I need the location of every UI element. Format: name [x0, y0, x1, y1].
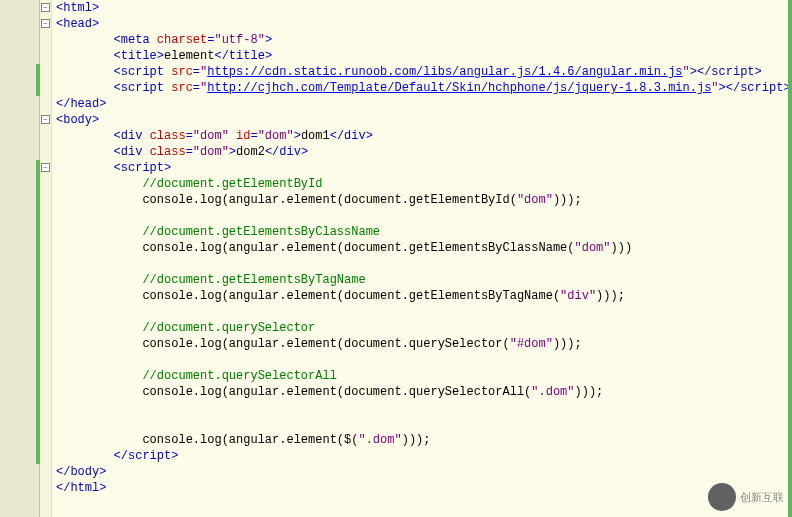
tag-token: ></ [719, 81, 741, 95]
code-line[interactable] [56, 208, 792, 224]
str-token: "dom" [575, 241, 611, 255]
tag-token: div [279, 145, 301, 159]
code-line[interactable] [56, 400, 792, 416]
code-line[interactable]: console.log(angular.element($(".dom"))); [56, 432, 792, 448]
tag-token: > [265, 49, 272, 63]
code-line[interactable]: <script src="https://cdn.static.runoob.c… [56, 64, 792, 80]
tag-token: = [193, 81, 200, 95]
tag-token: ></ [690, 65, 712, 79]
txt-token: ))); [596, 289, 625, 303]
str-token: ".dom" [358, 433, 401, 447]
attr-token: src [171, 81, 193, 95]
tag-token: > [294, 129, 301, 143]
url-token: http://cjhch.com/Template/Default/Skin/h… [207, 81, 711, 95]
code-area[interactable]: <html><head> <meta charset="utf-8"> <tit… [52, 0, 792, 517]
tag-token: < [114, 49, 121, 63]
code-line[interactable] [56, 304, 792, 320]
code-editor[interactable]: −−−− <html><head> <meta charset="utf-8">… [0, 0, 792, 517]
code-line[interactable]: <script src="http://cjhch.com/Template/D… [56, 80, 792, 96]
code-line[interactable]: <title>element</title> [56, 48, 792, 64]
code-line[interactable] [56, 416, 792, 432]
code-line[interactable]: </body> [56, 464, 792, 480]
tag-token: = [250, 129, 257, 143]
comment-token: //document.getElementsByTagName [142, 273, 365, 287]
txt-token: console.log(angular.element(document.get… [142, 241, 574, 255]
code-line[interactable]: //document.querySelectorAll [56, 368, 792, 384]
attr-token: src [171, 65, 193, 79]
code-line[interactable] [56, 352, 792, 368]
tag-token: < [114, 65, 121, 79]
str-token: " [683, 65, 690, 79]
comment-token: //document.querySelector [142, 321, 315, 335]
token [229, 129, 236, 143]
tag-token: </ [214, 49, 228, 63]
code-line[interactable]: <meta charset="utf-8"> [56, 32, 792, 48]
tag-token: title [229, 49, 265, 63]
code-line[interactable]: //document.querySelector [56, 320, 792, 336]
str-token: "#dom" [510, 337, 553, 351]
code-line[interactable]: </html> [56, 480, 792, 496]
comment-token: //document.getElementsByClassName [142, 225, 380, 239]
tag-token: head [70, 97, 99, 111]
code-line[interactable]: //document.getElementById [56, 176, 792, 192]
tag-token: </ [330, 129, 344, 143]
tag-token: body [63, 113, 92, 127]
tag-token: script [128, 449, 171, 463]
code-line[interactable]: </head> [56, 96, 792, 112]
tag-token: > [92, 1, 99, 15]
fold-column[interactable]: −−−− [40, 0, 52, 517]
watermark-logo-icon [708, 483, 736, 511]
str-token: "dom" [517, 193, 553, 207]
tag-token: </ [265, 145, 279, 159]
tag-token: head [63, 17, 92, 31]
txt-token: dom1 [301, 129, 330, 143]
code-line[interactable]: console.log(angular.element(document.que… [56, 336, 792, 352]
comment-token: //document.querySelectorAll [142, 369, 336, 383]
fold-toggle-icon[interactable]: − [41, 3, 50, 12]
code-line[interactable]: <html> [56, 0, 792, 16]
code-line[interactable]: console.log(angular.element(document.get… [56, 240, 792, 256]
fold-toggle-icon[interactable]: − [41, 115, 50, 124]
txt-token: console.log(angular.element(document.que… [142, 337, 509, 351]
attr-token: charset [157, 33, 207, 47]
str-token: "dom" [193, 145, 229, 159]
txt-token: console.log(angular.element(document.get… [142, 289, 560, 303]
tag-token: </ [114, 449, 128, 463]
tag-token: div [121, 129, 143, 143]
tag-token: title [121, 49, 157, 63]
attr-token: class [150, 129, 186, 143]
tag-token: > [92, 17, 99, 31]
tag-token: > [99, 481, 106, 495]
code-line[interactable]: <body> [56, 112, 792, 128]
code-line[interactable]: </script> [56, 448, 792, 464]
code-line[interactable]: console.log(angular.element(document.get… [56, 288, 792, 304]
right-change-marker [788, 0, 792, 517]
code-line[interactable]: <head> [56, 16, 792, 32]
tag-token: = [193, 65, 200, 79]
code-line[interactable]: console.log(angular.element(document.get… [56, 192, 792, 208]
tag-token: < [114, 129, 121, 143]
tag-token: = [186, 145, 193, 159]
code-line[interactable]: <div class="dom" id="dom">dom1</div> [56, 128, 792, 144]
tag-token: script [121, 81, 164, 95]
fold-toggle-icon[interactable]: − [41, 163, 50, 172]
code-line[interactable]: //document.getElementsByClassName [56, 224, 792, 240]
code-line[interactable]: <script> [56, 160, 792, 176]
str-token: " [711, 81, 718, 95]
tag-token: html [70, 481, 99, 495]
code-line[interactable] [56, 256, 792, 272]
code-line[interactable]: <div class="dom">dom2</div> [56, 144, 792, 160]
tag-token: > [755, 65, 762, 79]
txt-token: ))); [553, 193, 582, 207]
txt-token: console.log(angular.element(document.que… [142, 385, 531, 399]
gutter [0, 0, 40, 517]
tag-token: = [186, 129, 193, 143]
code-line[interactable]: //document.getElementsByTagName [56, 272, 792, 288]
fold-toggle-icon[interactable]: − [41, 19, 50, 28]
tag-token: < [114, 145, 121, 159]
code-line[interactable]: console.log(angular.element(document.que… [56, 384, 792, 400]
str-token: "dom" [258, 129, 294, 143]
txt-token: ))); [575, 385, 604, 399]
attr-token: id [236, 129, 250, 143]
str-token: ".dom" [531, 385, 574, 399]
